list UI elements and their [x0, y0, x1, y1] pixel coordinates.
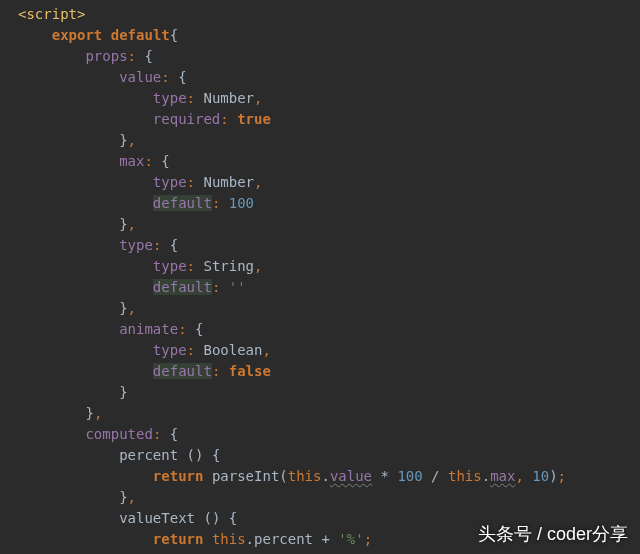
kw-this: this: [212, 531, 246, 547]
method-percent: percent: [119, 447, 178, 463]
script-open-tag: <script>: [18, 6, 85, 22]
kw-return: return: [153, 531, 204, 547]
num-10: 10: [532, 468, 549, 484]
key-value: value: [119, 69, 161, 85]
type-number: Number: [203, 174, 254, 190]
kw-true: true: [237, 111, 271, 127]
kw-export: export: [52, 27, 103, 43]
code-block: <script> export default{ props: { value:…: [0, 0, 640, 554]
kw-this: this: [288, 468, 322, 484]
kw-false: false: [229, 363, 271, 379]
key-default: default: [153, 195, 212, 211]
str-pct: '%': [338, 531, 363, 547]
key-computed: computed: [85, 426, 152, 442]
key-max: max: [119, 153, 144, 169]
kw-return: return: [153, 468, 204, 484]
str-empty: '': [229, 279, 246, 295]
num-100: 100: [397, 468, 422, 484]
key-required: required: [153, 111, 220, 127]
key-type: type: [153, 174, 187, 190]
prop-percent: percent: [254, 531, 313, 547]
prop-value: value: [330, 468, 372, 484]
key-default: default: [153, 279, 212, 295]
key-type: type: [153, 90, 187, 106]
fn-parseInt: parseInt: [212, 468, 279, 484]
type-number: Number: [203, 90, 254, 106]
kw-default: default: [111, 27, 170, 43]
key-type: type: [153, 342, 187, 358]
type-boolean: Boolean: [203, 342, 262, 358]
num-100: 100: [229, 195, 254, 211]
type-string: String: [203, 258, 254, 274]
key-animate: animate: [119, 321, 178, 337]
key-props: props: [85, 48, 127, 64]
key-type: type: [153, 258, 187, 274]
watermark: 头条号 / coder分享: [478, 521, 628, 548]
kw-this: this: [448, 468, 482, 484]
method-valueText: valueText: [119, 510, 195, 526]
key-type-prop: type: [119, 237, 153, 253]
prop-max: max: [490, 468, 515, 484]
key-default: default: [153, 363, 212, 379]
